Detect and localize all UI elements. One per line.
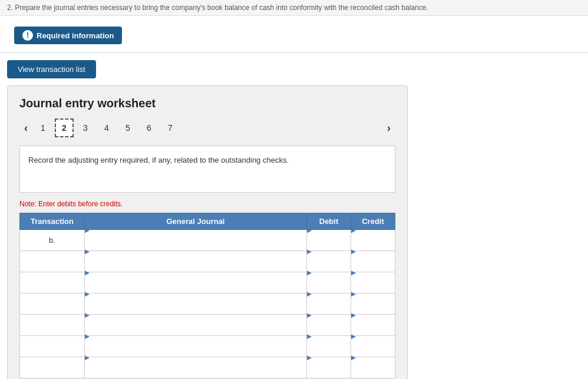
- journal-table: Transaction General Journal Debit Credit…: [19, 213, 395, 378]
- row-indicator-debit-0: [307, 228, 312, 233]
- row-indicator-gj-2: [85, 271, 90, 275]
- table-row-transaction-4: [20, 315, 85, 336]
- input-gj-3[interactable]: [85, 298, 306, 319]
- col-general-journal: General Journal: [85, 213, 307, 230]
- row-indicator-credit-4: [351, 313, 356, 318]
- row-indicator-credit-3: [351, 292, 356, 296]
- page-5[interactable]: 5: [118, 118, 137, 137]
- page-3[interactable]: 3: [76, 118, 95, 137]
- note-text: Note: Enter debits before credits.: [19, 200, 395, 208]
- input-gj-1[interactable]: [85, 256, 306, 276]
- input-gj-5[interactable]: [85, 341, 306, 361]
- row-indicator-gj-5: [85, 334, 90, 339]
- page-2[interactable]: 2: [55, 118, 74, 137]
- table-row-transaction-6: [20, 357, 85, 378]
- row-indicator-credit-0: [351, 228, 356, 233]
- row-indicator-debit-3: [307, 292, 312, 296]
- input-debit-0[interactable]: [307, 235, 351, 255]
- input-gj-2[interactable]: [85, 277, 306, 298]
- top-banner: 2. Prepare the journal entries necessary…: [0, 0, 588, 16]
- input-debit-4[interactable]: [307, 319, 351, 340]
- view-transaction-button[interactable]: View transaction list: [7, 60, 96, 78]
- table-row-transaction-1: [20, 251, 85, 272]
- col-credit: Credit: [351, 213, 395, 230]
- row-indicator-credit-1: [351, 249, 356, 254]
- row-indicator-credit-2: [351, 271, 356, 275]
- worksheet-title: Journal entry worksheet: [19, 97, 395, 110]
- banner-text: 2. Prepare the journal entries necessary…: [7, 4, 428, 12]
- input-gj-0[interactable]: [85, 235, 306, 255]
- row-indicator-gj-3: [85, 292, 90, 296]
- input-credit-5[interactable]: [351, 341, 395, 361]
- input-credit-1[interactable]: [351, 256, 395, 276]
- input-gj-4[interactable]: [85, 319, 306, 340]
- input-debit-2[interactable]: [307, 277, 351, 298]
- page-6[interactable]: 6: [140, 118, 158, 137]
- table-row-transaction-3: [20, 294, 85, 315]
- input-credit-2[interactable]: [351, 277, 395, 298]
- page-1[interactable]: 1: [34, 118, 52, 137]
- worksheet-container: Journal entry worksheet ‹ 1 2 3 4 5 6 7 …: [7, 85, 408, 379]
- page-4[interactable]: 4: [97, 118, 116, 137]
- input-credit-0[interactable]: [351, 235, 395, 255]
- instruction-text: Record the adjusting entry required, if …: [28, 156, 289, 164]
- table-row-credit-0[interactable]: [351, 230, 395, 251]
- table-row-gj-0[interactable]: [85, 230, 307, 251]
- required-info-bar: ! Required information: [14, 27, 122, 44]
- instruction-box: Record the adjusting entry required, if …: [19, 146, 395, 193]
- table-row-debit-0[interactable]: [307, 230, 351, 251]
- required-info-label: Required information: [37, 31, 114, 40]
- input-debit-3[interactable]: [307, 298, 351, 319]
- row-indicator-debit-1: [307, 249, 312, 254]
- info-icon: !: [22, 30, 33, 41]
- row-indicator-debit-5: [307, 334, 312, 339]
- table-row-transaction-2: [20, 272, 85, 294]
- page-7[interactable]: 7: [161, 118, 180, 137]
- table-row-transaction-0: b.: [20, 230, 85, 251]
- input-debit-1[interactable]: [307, 256, 351, 276]
- row-indicator-debit-2: [307, 271, 312, 275]
- input-credit-4[interactable]: [351, 319, 395, 340]
- col-debit: Debit: [307, 213, 351, 230]
- input-debit-6[interactable]: [307, 362, 351, 379]
- input-credit-3[interactable]: [351, 298, 395, 319]
- table-row-transaction-5: [20, 336, 85, 357]
- input-gj-6[interactable]: [85, 362, 306, 379]
- pagination-row: ‹ 1 2 3 4 5 6 7 ›: [19, 118, 395, 137]
- row-indicator-gj-6: [85, 355, 90, 360]
- pagination-prev[interactable]: ‹: [19, 120, 32, 137]
- row-indicator-gj-1: [85, 249, 90, 254]
- row-indicator-debit-4: [307, 313, 312, 318]
- row-indicator-debit-6: [307, 355, 312, 360]
- pagination-next[interactable]: ›: [382, 120, 395, 137]
- input-credit-6[interactable]: [351, 362, 395, 379]
- row-indicator-gj-0: [85, 228, 90, 233]
- row-indicator-gj-4: [85, 313, 90, 318]
- row-indicator-credit-6: [351, 355, 356, 360]
- row-indicator-credit-5: [351, 334, 356, 339]
- input-debit-5[interactable]: [307, 341, 351, 361]
- col-transaction: Transaction: [20, 213, 85, 230]
